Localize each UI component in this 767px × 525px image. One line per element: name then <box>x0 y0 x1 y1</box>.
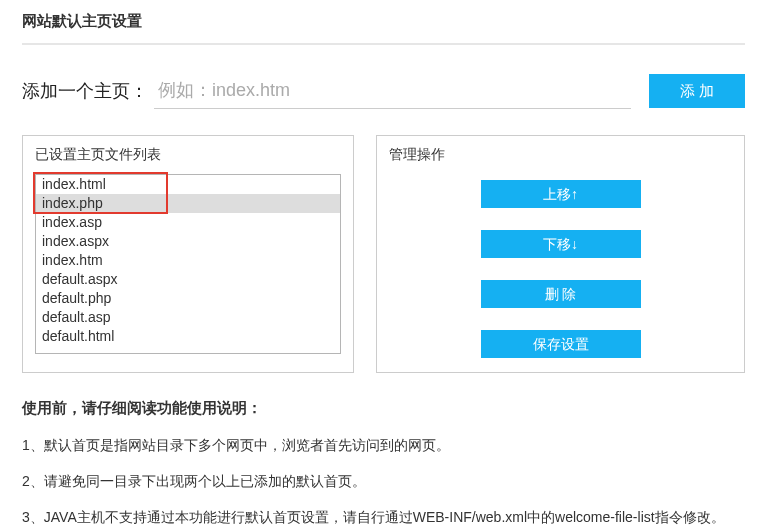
file-list-panel: 已设置主页文件列表 index.htmlindex.phpindex.aspin… <box>22 135 354 373</box>
list-item[interactable]: index.asp <box>36 213 340 232</box>
list-item[interactable]: index.aspx <box>36 232 340 251</box>
actions-title: 管理操作 <box>389 146 732 164</box>
delete-button[interactable]: 删 除 <box>481 280 641 308</box>
divider <box>22 43 745 45</box>
list-item[interactable]: default.aspx <box>36 270 340 289</box>
notes-list: 1、默认首页是指网站目录下多个网页中，浏览者首先访问到的网页。2、请避免同一目录… <box>22 434 745 525</box>
save-button[interactable]: 保存设置 <box>481 330 641 358</box>
list-item[interactable]: index.htm <box>36 251 340 270</box>
note-item: 1、默认首页是指网站目录下多个网页中，浏览者首先访问到的网页。 <box>22 434 745 456</box>
list-item[interactable]: default.html <box>36 327 340 346</box>
add-button[interactable]: 添 加 <box>649 74 745 108</box>
move-up-button[interactable]: 上移↑ <box>481 180 641 208</box>
move-down-button[interactable]: 下移↓ <box>481 230 641 258</box>
note-item: 3、JAVA主机不支持通过本功能进行默认首页设置，请自行通过WEB-INF/we… <box>22 506 745 525</box>
list-item[interactable]: default.asp <box>36 308 340 327</box>
add-homepage-input[interactable] <box>154 73 631 109</box>
file-listbox[interactable]: index.htmlindex.phpindex.aspindex.aspxin… <box>35 174 341 354</box>
list-item[interactable]: index.php <box>36 194 340 213</box>
list-item[interactable]: default.php <box>36 289 340 308</box>
page-title: 网站默认主页设置 <box>22 8 745 43</box>
list-item[interactable]: index.html <box>36 175 340 194</box>
add-homepage-row: 添加一个主页： 添 加 <box>22 73 745 109</box>
add-label: 添加一个主页： <box>22 79 148 103</box>
note-item: 2、请避免同一目录下出现两个以上已添加的默认首页。 <box>22 470 745 492</box>
notes-title: 使用前，请仔细阅读功能使用说明： <box>22 399 745 418</box>
actions-panel: 管理操作 上移↑ 下移↓ 删 除 保存设置 <box>376 135 745 373</box>
file-list-title: 已设置主页文件列表 <box>35 146 341 164</box>
